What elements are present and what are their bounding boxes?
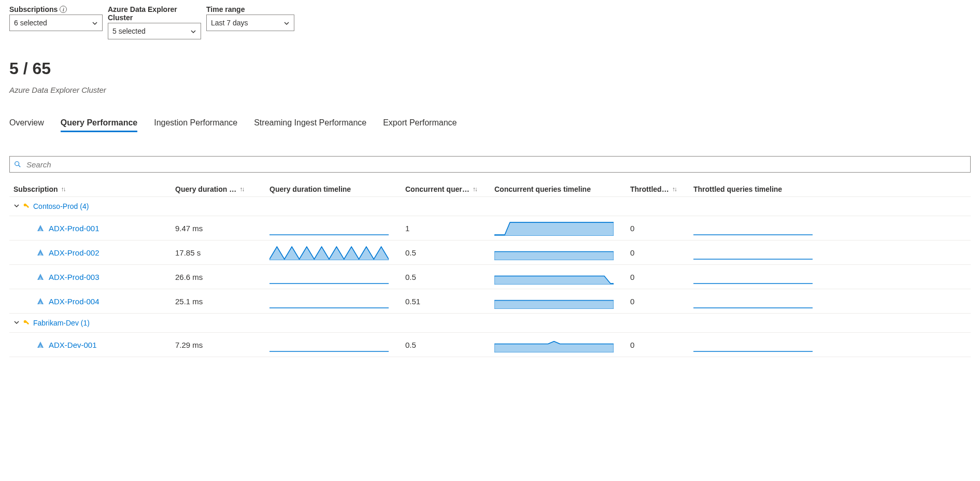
col-concurrent-queries[interactable]: Concurrent quer… ↑↓ — [405, 185, 488, 193]
cell-concurrent: 0.5 — [405, 341, 488, 349]
table-row: ADX-Prod-002 17.85 s 0.5 0 — [9, 240, 971, 264]
tab-overview[interactable]: Overview — [9, 118, 44, 132]
tab-export-performance[interactable]: Export Performance — [383, 118, 457, 132]
spark-throttled — [693, 293, 813, 309]
label-text: Subscriptions — [9, 5, 58, 13]
group-label: Fabrikam-Dev (1) — [33, 319, 90, 327]
cell-query-duration: 9.47 ms — [175, 224, 263, 233]
search-icon — [14, 161, 21, 168]
col-query-duration-timeline: Query duration timeline — [269, 185, 399, 193]
spark-throttled — [693, 337, 813, 352]
filter-cluster: Azure Data Explorer Cluster 5 selected — [108, 5, 201, 39]
resource-name: ADX-Prod-002 — [49, 248, 100, 257]
cell-query-duration: 26.6 ms — [175, 273, 263, 281]
dropdown-value: Last 7 days — [211, 19, 248, 27]
subscriptions-dropdown[interactable]: 6 selected — [9, 15, 103, 31]
cell-query-duration: 17.85 s — [175, 248, 263, 257]
cluster-dropdown[interactable]: 5 selected — [108, 23, 201, 39]
spark-query-duration — [269, 293, 389, 309]
filter-subscriptions: Subscriptions i 6 selected — [9, 5, 103, 31]
resource-name: ADX-Dev-001 — [49, 341, 97, 349]
cell-throttled: 0 — [630, 224, 687, 233]
col-query-duration[interactable]: Query duration … ↑↓ — [175, 185, 263, 193]
spark-throttled — [693, 269, 813, 285]
table-group-row[interactable]: Contoso-Prod (4) — [9, 196, 971, 216]
spark-throttled — [693, 245, 813, 260]
sort-icon: ↑↓ — [239, 186, 244, 193]
table-header: Subscription ↑↓ Query duration … ↑↓ Quer… — [9, 182, 971, 196]
dropdown-value: 5 selected — [112, 27, 146, 35]
cell-concurrent: 0.5 — [405, 273, 488, 281]
adx-cluster-icon — [36, 248, 45, 257]
spark-query-duration — [269, 220, 389, 236]
adx-cluster-icon — [36, 341, 45, 349]
spark-query-duration — [269, 337, 389, 352]
tab-ingestion-performance[interactable]: Ingestion Performance — [154, 118, 237, 132]
timerange-dropdown[interactable]: Last 7 days — [206, 15, 294, 31]
spark-concurrent — [494, 269, 614, 285]
resource-link[interactable]: ADX-Dev-001 — [13, 341, 169, 349]
col-throttled-timeline: Throttled queries timeline — [693, 185, 823, 193]
cell-throttled: 0 — [630, 341, 687, 349]
chevron-down-icon — [283, 20, 290, 26]
info-icon[interactable]: i — [60, 6, 67, 13]
cell-concurrent: 1 — [405, 224, 488, 233]
cell-query-duration: 7.29 ms — [175, 341, 263, 349]
spark-concurrent — [494, 293, 614, 309]
summary-block: 5 / 65 Azure Data Explorer Cluster — [9, 59, 971, 94]
spark-query-duration — [269, 245, 389, 260]
svg-point-0 — [15, 162, 19, 166]
spark-concurrent — [494, 220, 614, 236]
group-name[interactable]: Fabrikam-Dev (1) — [13, 319, 169, 327]
resource-name: ADX-Prod-004 — [49, 297, 100, 306]
filter-timerange: Time range Last 7 days — [206, 5, 294, 31]
spark-throttled — [693, 220, 813, 236]
adx-cluster-icon — [36, 297, 45, 305]
results-table: Subscription ↑↓ Query duration … ↑↓ Quer… — [9, 182, 971, 357]
chevron-down-icon — [13, 202, 20, 210]
spark-query-duration — [269, 269, 389, 285]
summary-subtitle: Azure Data Explorer Cluster — [9, 86, 971, 94]
table-row: ADX-Prod-004 25.1 ms 0.51 0 — [9, 289, 971, 313]
resource-name: ADX-Prod-003 — [49, 273, 100, 281]
adx-cluster-icon — [36, 273, 45, 281]
tab-query-performance[interactable]: Query Performance — [61, 118, 138, 132]
table-row: ADX-Prod-001 9.47 ms 1 0 — [9, 216, 971, 240]
svg-rect-3 — [25, 204, 29, 208]
resource-link[interactable]: ADX-Prod-002 — [13, 248, 169, 257]
resource-link[interactable]: ADX-Prod-001 — [13, 224, 169, 233]
resource-link[interactable]: ADX-Prod-003 — [13, 273, 169, 281]
spark-concurrent — [494, 245, 614, 260]
cell-concurrent: 0.51 — [405, 297, 488, 306]
col-throttled[interactable]: Throttled… ↑↓ — [630, 185, 687, 193]
filter-cluster-label: Azure Data Explorer Cluster — [108, 5, 201, 22]
table-group-row[interactable]: Fabrikam-Dev (1) — [9, 313, 971, 332]
col-subscription[interactable]: Subscription ↑↓ — [13, 185, 169, 193]
chevron-down-icon — [13, 319, 20, 327]
filter-timerange-label: Time range — [206, 5, 294, 13]
table-row: ADX-Prod-003 26.6 ms 0.5 0 — [9, 264, 971, 289]
search-input[interactable] — [25, 160, 966, 169]
spark-concurrent — [494, 337, 614, 352]
svg-rect-20 — [25, 321, 29, 324]
tab-streaming-ingest-performance[interactable]: Streaming Ingest Performance — [254, 118, 366, 132]
resource-link[interactable]: ADX-Prod-004 — [13, 297, 169, 306]
summary-count: 5 / 65 — [9, 59, 971, 78]
sort-icon: ↑↓ — [473, 186, 477, 193]
group-label: Contoso-Prod (4) — [33, 202, 89, 210]
adx-cluster-icon — [36, 224, 45, 232]
sort-icon: ↑↓ — [61, 186, 65, 193]
cell-throttled: 0 — [630, 248, 687, 257]
dropdown-value: 6 selected — [14, 19, 47, 27]
group-name[interactable]: Contoso-Prod (4) — [13, 202, 169, 210]
col-concurrent-queries-timeline: Concurrent queries timeline — [494, 185, 624, 193]
filters-row: Subscriptions i 6 selected Azure Data Ex… — [9, 5, 971, 39]
resource-name: ADX-Prod-001 — [49, 224, 100, 233]
cell-throttled: 0 — [630, 297, 687, 306]
tabs: OverviewQuery PerformanceIngestion Perfo… — [9, 118, 971, 132]
table-row: ADX-Dev-001 7.29 ms 0.5 0 — [9, 332, 971, 357]
cell-query-duration: 25.1 ms — [175, 297, 263, 306]
key-icon — [23, 319, 30, 327]
search-box[interactable] — [9, 156, 971, 173]
filter-subscriptions-label: Subscriptions i — [9, 5, 103, 13]
